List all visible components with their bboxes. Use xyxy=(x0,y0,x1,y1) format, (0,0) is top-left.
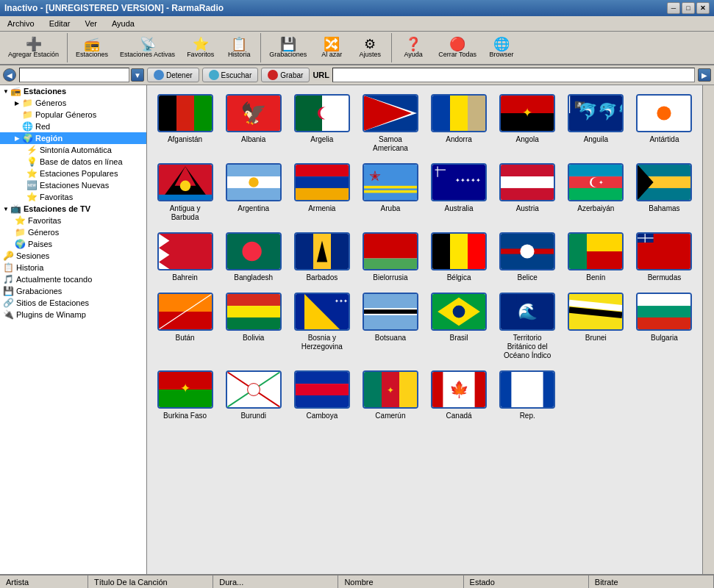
btn-browser[interactable]: 🌐 Browser xyxy=(483,35,520,60)
flag-item-ai[interactable]: 🏴‍☠🐬🐬🐬Anguila xyxy=(564,91,628,156)
flag-item-bn[interactable]: Brunei xyxy=(564,290,628,363)
sidebar-item-plugins[interactable]: 🔌 Plugins de Winamp xyxy=(0,309,146,320)
flag-item-be[interactable]: Bélgica xyxy=(427,229,491,285)
detener-button[interactable]: Detener xyxy=(147,68,199,82)
flag-item-kh[interactable]: Camboya xyxy=(290,368,354,423)
flag-item-aw[interactable]: ✭Aruba xyxy=(358,160,422,225)
flag-item-bf[interactable]: ✦Burkina Faso xyxy=(153,368,217,423)
sidebar-item-popular-generos[interactable]: 📁 Popular Géneros xyxy=(0,109,146,121)
flag-item-br[interactable]: Brasil xyxy=(427,290,491,363)
btn-ajustes[interactable]: ⚙ Ajustes xyxy=(351,35,388,60)
flag-item-bi[interactable]: Burundi xyxy=(221,368,285,423)
svg-rect-104 xyxy=(638,318,690,329)
grabar-button[interactable]: Grabar xyxy=(261,68,310,82)
sidebar-item-favoritas-1[interactable]: ⭐ Favoritas xyxy=(0,191,146,203)
btn-historia[interactable]: 📋 Historia xyxy=(221,35,257,60)
flag-item-ao[interactable]: ✦Angola xyxy=(496,91,560,156)
flag-item-au[interactable]: ✦✦✦✦✦Australia xyxy=(427,160,491,225)
sidebar-item-actualmente[interactable]: 🎵 Actualmente tocando xyxy=(0,273,146,285)
sidebar-item-sitios[interactable]: 🔗 Sitios de Estaciones xyxy=(0,297,146,309)
flag-item-bw[interactable]: Botsuana xyxy=(358,290,422,363)
svg-rect-30 xyxy=(227,165,280,176)
flag-item-at[interactable]: Austria xyxy=(496,160,560,225)
flag-item-ba[interactable]: ✦✦✦Bosnia y Herzegovina xyxy=(290,290,354,363)
sidebar-item-generos[interactable]: ▶ 📁 Géneros xyxy=(0,97,146,109)
btn-estaciones[interactable]: 📻 Estaciones xyxy=(71,35,113,60)
sidebar-item-estaciones[interactable]: ▼ 📻 Estaciones xyxy=(0,85,146,97)
sidebar-item-sesiones[interactable]: 🔑 Sesiones xyxy=(0,250,146,262)
btn-grabaciones[interactable]: 💾 Grabaciones xyxy=(264,35,312,60)
flag-item-bm[interactable]: Bermudas xyxy=(632,229,696,285)
flag-label-az: Azerbaiyán xyxy=(577,204,614,213)
btn-agregar-estacion[interactable]: ➕ Agregar Estación xyxy=(3,35,64,60)
close-button[interactable]: ✕ xyxy=(696,2,710,14)
btn-ayuda[interactable]: ❓ Ayuda xyxy=(395,35,432,60)
flag-item-bj[interactable]: Benín xyxy=(564,229,628,285)
station-dropdown[interactable] xyxy=(19,68,129,82)
sidebar-item-paises[interactable]: 🌍 Paises xyxy=(0,238,146,250)
sidebar-item-label: Región xyxy=(35,134,63,143)
sidebar-item-historia[interactable]: 📋 Historia xyxy=(0,262,146,273)
flag-item-io[interactable]: 🌊Territorio Británico del Océano Índico xyxy=(496,290,560,363)
flag-item-ca[interactable]: 🍁Canadá xyxy=(427,368,491,423)
flag-label-al: Albania xyxy=(241,135,265,144)
dropdown-arrow-button[interactable]: ▼ xyxy=(131,68,144,82)
flag-label-kh: Camboya xyxy=(306,412,338,420)
btn-cerrar-todas[interactable]: 🔴 Cerrar Todas xyxy=(433,35,482,60)
sidebar-item-base-datos[interactable]: 💡 Base de datos en línea xyxy=(0,156,146,168)
flag-item-af[interactable]: Afganistán xyxy=(153,91,217,156)
svg-rect-46 xyxy=(501,176,554,188)
favoritos-icon: ⭐ xyxy=(193,37,209,51)
svg-rect-42 xyxy=(435,169,446,170)
sidebar-item-estaciones-tv[interactable]: ▼ 📺 Estaciones de TV xyxy=(0,203,146,215)
sidebar-item-grabaciones[interactable]: 💾 Grabaciones xyxy=(0,285,146,297)
sidebar-item-generos-tv[interactable]: 📁 Géneros xyxy=(0,226,146,238)
minimize-button[interactable]: ─ xyxy=(667,2,680,14)
maximize-button[interactable]: □ xyxy=(682,2,695,14)
btn-estaciones-activas[interactable]: 📡 Estaciones Activas xyxy=(115,35,180,60)
sidebar-item-populares[interactable]: ⭐ Estaciones Populares xyxy=(0,168,146,179)
flag-item-bs[interactable]: Bahamas xyxy=(632,160,696,225)
menu-editar[interactable]: Editar xyxy=(45,18,75,29)
flag-item-bh[interactable]: Bahrein xyxy=(153,229,217,285)
escuchar-button[interactable]: Escuchar xyxy=(202,68,259,82)
flag-item-aq[interactable]: Antártida xyxy=(632,91,696,156)
sidebar-item-sintonia[interactable]: ⚡ Sintonía Automática xyxy=(0,144,146,156)
flag-item-bd[interactable]: Bangladesh xyxy=(221,229,285,285)
sidebar-item-favoritas-tv[interactable]: ⭐ Favoritas xyxy=(0,215,146,226)
actualmente-icon: 🎵 xyxy=(3,274,14,284)
menu-archivo[interactable]: Archivo xyxy=(3,18,39,29)
flag-item-ar[interactable]: Argentina xyxy=(221,160,285,225)
flag-item-bz[interactable]: Belice xyxy=(496,229,560,285)
btn-al-azar[interactable]: 🔀 Al azar xyxy=(313,35,350,60)
svg-rect-103 xyxy=(638,306,690,318)
flag-item-bo[interactable]: Bolivia xyxy=(221,290,285,363)
flag-item-al[interactable]: 🦅Albania xyxy=(221,91,285,156)
flag-item-am[interactable]: Armenia xyxy=(290,160,354,225)
url-input[interactable] xyxy=(332,68,695,82)
flag-item-by[interactable]: Bielorrusia xyxy=(358,229,422,285)
nav-prev-button[interactable]: ◀ xyxy=(3,68,16,82)
btn-estaciones-activas-label: Estaciones Activas xyxy=(120,51,175,58)
flag-item-as[interactable]: Samoa Americana xyxy=(358,91,422,156)
sidebar-item-region[interactable]: ▶ 🌍 Región xyxy=(0,132,146,144)
arrow-icon: ▼ xyxy=(3,88,10,95)
flag-item-dz[interactable]: Argelia xyxy=(290,91,354,156)
flag-item-xx[interactable]: Rep. xyxy=(496,368,560,423)
sidebar-item-red[interactable]: 🌐 Red xyxy=(0,121,146,132)
flag-item-az[interactable]: ✦Azerbaiyán xyxy=(564,160,628,225)
menu-ver[interactable]: Ver xyxy=(80,18,101,29)
sidebar-item-nuevas[interactable]: 🆕 Estaciones Nuevas xyxy=(0,179,146,191)
scrollbar[interactable] xyxy=(702,85,714,574)
flag-item-bb[interactable]: Barbados xyxy=(290,229,354,285)
flag-image-bf: ✦ xyxy=(157,370,213,409)
flag-item-bg[interactable]: Bulgaria xyxy=(632,290,696,363)
btn-favoritos[interactable]: ⭐ Favoritos xyxy=(182,35,219,60)
flag-item-bt[interactable]: Bután xyxy=(153,290,217,363)
flag-item-cm[interactable]: ✦Camerún xyxy=(358,368,422,423)
menu-ayuda[interactable]: Ayuda xyxy=(107,18,139,29)
flag-item-ag[interactable]: Antigua y Barbuda xyxy=(153,160,217,225)
arrow-icon: ▼ xyxy=(3,206,10,212)
url-go-button[interactable]: ▶ xyxy=(698,68,711,82)
flag-item-ad[interactable]: Andorra xyxy=(427,91,491,156)
